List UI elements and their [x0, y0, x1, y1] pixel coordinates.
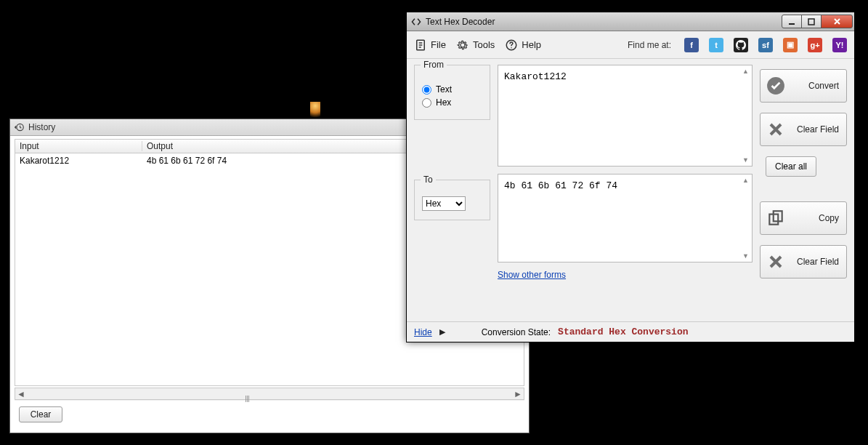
help-icon: [505, 39, 518, 52]
from-group-label: From: [421, 60, 447, 70]
gear-icon: [456, 39, 469, 52]
statusbar: Hide ▶ Conversion State: Standard Hex Co…: [407, 321, 854, 342]
chevron-right-icon[interactable]: ▶: [439, 327, 445, 337]
close-button[interactable]: [821, 15, 853, 28]
from-groupbox: From Text Hex: [414, 65, 490, 120]
menubar: File Tools Help Find me at: f t sf ▣ g+ …: [407, 31, 854, 59]
history-clear-button[interactable]: Clear: [19, 406, 62, 422]
copy-icon: [766, 209, 785, 228]
app-title: Text Hex Decoder: [426, 17, 495, 27]
from-textarea[interactable]: Kakarot1212: [498, 65, 753, 167]
history-icon: [15, 122, 25, 132]
conversion-state-label: Conversion State:: [482, 327, 551, 337]
conversion-state-value: Standard Hex Conversion: [558, 326, 688, 337]
history-horizontal-scrollbar[interactable]: ◄ ►: [15, 388, 524, 400]
facebook-icon[interactable]: f: [684, 38, 699, 52]
hide-link[interactable]: Hide: [414, 327, 432, 337]
clear-field-bottom-button[interactable]: Clear Field: [760, 245, 847, 278]
to-group-label: To: [421, 175, 436, 185]
copy-button[interactable]: Copy: [760, 201, 847, 235]
to-groupbox: To Hex: [414, 180, 490, 220]
menu-help[interactable]: Help: [505, 39, 541, 52]
app-icon: [411, 17, 421, 27]
clear-field-top-button[interactable]: Clear Field: [760, 113, 847, 146]
main-window: Text Hex Decoder File Tools Help Find me…: [406, 12, 855, 342]
scroll-left-icon[interactable]: ◄: [15, 388, 27, 399]
stackexchange-icon[interactable]: ▣: [783, 38, 798, 52]
clear-all-button[interactable]: Clear all: [766, 156, 816, 177]
to-textarea[interactable]: 4b 61 6b 61 72 6f 74: [498, 174, 753, 262]
convert-button[interactable]: Convert: [760, 69, 847, 103]
from-hex-radio[interactable]: Hex: [422, 97, 482, 108]
menu-tools[interactable]: Tools: [456, 39, 495, 52]
to-format-select[interactable]: Hex: [422, 196, 466, 211]
check-circle-icon: [766, 76, 785, 95]
from-vertical-scrollbar[interactable]: ▲▼: [739, 65, 752, 166]
from-text-radio[interactable]: Text: [422, 84, 482, 95]
history-header-input[interactable]: Input: [15, 141, 142, 151]
find-me-label: Find me at:: [628, 40, 671, 50]
from-hex-radio-input[interactable]: [422, 98, 431, 108]
maximize-button[interactable]: [801, 15, 822, 28]
scroll-right-icon[interactable]: ►: [512, 388, 524, 399]
googleplus-icon[interactable]: g+: [808, 38, 822, 52]
x-icon: [766, 252, 785, 271]
file-icon: [414, 39, 427, 52]
menu-file[interactable]: File: [414, 39, 446, 52]
twitter-icon[interactable]: t: [709, 38, 723, 52]
yahoo-icon[interactable]: Y!: [832, 38, 847, 52]
main-titlebar[interactable]: Text Hex Decoder: [407, 12, 854, 31]
sourceforge-icon[interactable]: sf: [758, 38, 773, 52]
svg-rect-1: [789, 23, 795, 25]
github-icon[interactable]: [734, 38, 748, 52]
x-icon: [766, 120, 785, 139]
svg-point-5: [511, 47, 513, 49]
svg-rect-2: [808, 19, 814, 25]
minimize-button[interactable]: [782, 15, 802, 28]
history-cell-input: Kakarot1212: [15, 156, 142, 166]
from-text-radio-input[interactable]: [422, 85, 431, 95]
show-other-forms-link[interactable]: Show other forms: [498, 270, 753, 280]
to-vertical-scrollbar[interactable]: ▲▼: [739, 175, 752, 262]
history-title: History: [28, 122, 55, 132]
